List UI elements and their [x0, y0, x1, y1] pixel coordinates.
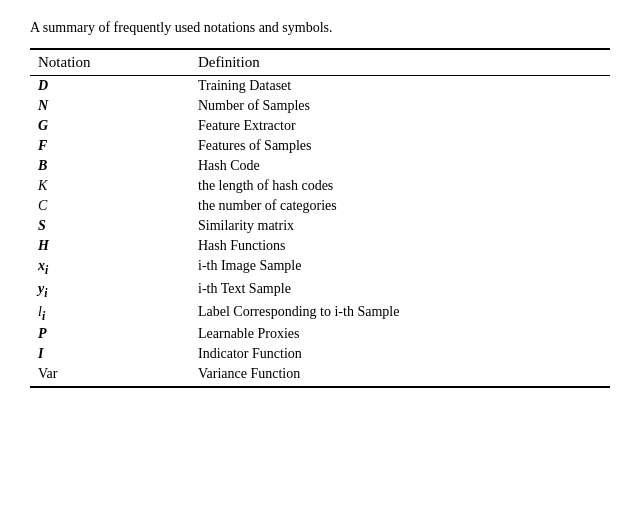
- notation-column-header: Notation: [30, 49, 190, 76]
- definition-cell: Indicator Function: [190, 344, 610, 364]
- definition-cell: Variance Function: [190, 364, 610, 387]
- notation-cell: F: [30, 136, 190, 156]
- definition-cell: Number of Samples: [190, 96, 610, 116]
- table-row: IIndicator Function: [30, 344, 610, 364]
- notation-cell: K: [30, 176, 190, 196]
- definition-cell: Feature Extractor: [190, 116, 610, 136]
- notation-cell: B: [30, 156, 190, 176]
- table-row: yii-th Text Sample: [30, 279, 610, 302]
- table-header-row: Notation Definition: [30, 49, 610, 76]
- table-row: xii-th Image Sample: [30, 256, 610, 279]
- notation-cell: xi: [30, 256, 190, 279]
- table-row: SSimilarity matrix: [30, 216, 610, 236]
- definition-cell: Hash Code: [190, 156, 610, 176]
- definition-cell: Features of Samples: [190, 136, 610, 156]
- table-row: HHash Functions: [30, 236, 610, 256]
- notation-cell: H: [30, 236, 190, 256]
- table-row: NNumber of Samples: [30, 96, 610, 116]
- definition-cell: i-th Image Sample: [190, 256, 610, 279]
- notation-cell: C: [30, 196, 190, 216]
- notation-cell: li: [30, 302, 190, 325]
- notation-cell: D: [30, 76, 190, 97]
- definition-cell: i-th Text Sample: [190, 279, 610, 302]
- notation-cell: I: [30, 344, 190, 364]
- table-row: GFeature Extractor: [30, 116, 610, 136]
- table-row: Kthe length of hash codes: [30, 176, 610, 196]
- definition-column-header: Definition: [190, 49, 610, 76]
- notation-cell: N: [30, 96, 190, 116]
- notation-cell: Var: [30, 364, 190, 387]
- intro-text: A summary of frequently used notations a…: [30, 20, 610, 36]
- notation-cell: P: [30, 324, 190, 344]
- notation-cell: yi: [30, 279, 190, 302]
- definition-cell: the length of hash codes: [190, 176, 610, 196]
- table-row: Cthe number of categories: [30, 196, 610, 216]
- table-row: DTraining Dataset: [30, 76, 610, 97]
- table-row: FFeatures of Samples: [30, 136, 610, 156]
- definition-cell: the number of categories: [190, 196, 610, 216]
- table-row: PLearnable Proxies: [30, 324, 610, 344]
- definition-cell: Learnable Proxies: [190, 324, 610, 344]
- notation-cell: S: [30, 216, 190, 236]
- table-row: VarVariance Function: [30, 364, 610, 387]
- definition-cell: Similarity matrix: [190, 216, 610, 236]
- notation-table: Notation Definition DTraining DatasetNNu…: [30, 48, 610, 388]
- definition-cell: Label Corresponding to i-th Sample: [190, 302, 610, 325]
- table-row: liLabel Corresponding to i-th Sample: [30, 302, 610, 325]
- table-row: BHash Code: [30, 156, 610, 176]
- notation-cell: G: [30, 116, 190, 136]
- definition-cell: Training Dataset: [190, 76, 610, 97]
- definition-cell: Hash Functions: [190, 236, 610, 256]
